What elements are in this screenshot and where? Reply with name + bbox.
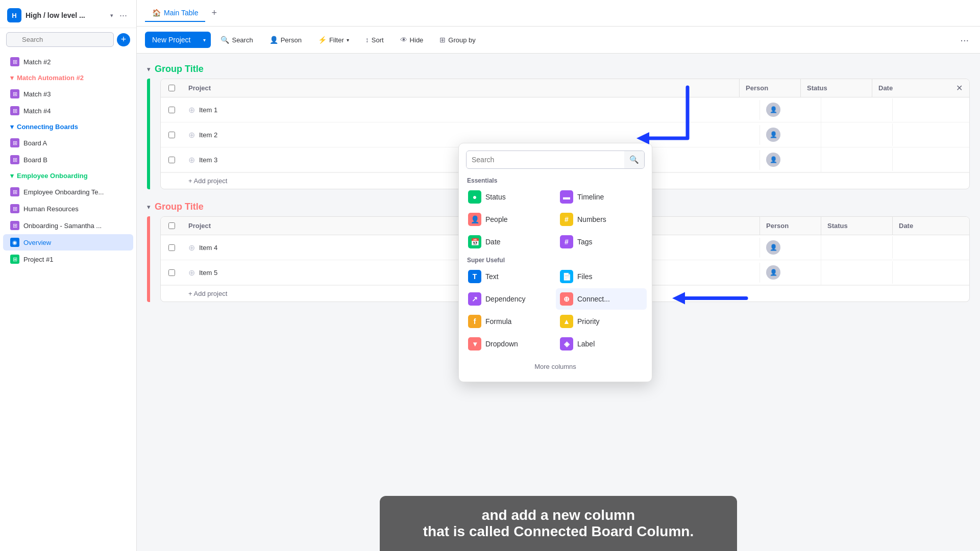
cell-date[interactable] xyxy=(893,261,969,284)
add-subitem-icon[interactable]: ⊕ xyxy=(188,155,195,165)
dropdown-item-label: Dependency xyxy=(485,295,526,303)
dropdown-item-priority[interactable]: ▲ Priority xyxy=(556,311,647,332)
toolbar-more-btn[interactable]: ··· xyxy=(957,32,972,48)
cell-date[interactable] xyxy=(893,123,969,146)
sidebar-item-board-b[interactable]: ⊞ Board B xyxy=(3,152,133,168)
table-row: ⊕ Item 1 👤 xyxy=(161,97,969,122)
cell-status[interactable] xyxy=(821,236,893,259)
row-checkbox[interactable] xyxy=(168,107,175,113)
sidebar-item-connecting-boards[interactable]: ▾ Connecting Boards xyxy=(3,119,133,134)
cell-status[interactable] xyxy=(821,148,893,171)
col-person-header-2: Person xyxy=(760,217,821,235)
row-check xyxy=(161,239,182,256)
row-checkbox[interactable] xyxy=(168,132,175,138)
cell-project[interactable]: ⊕ Item 1 xyxy=(182,100,760,120)
group-by-button[interactable]: ⊞ Group by xyxy=(433,32,482,48)
dropdown-item-text[interactable]: T Text xyxy=(464,266,555,287)
group-1-title[interactable]: Group Title xyxy=(155,64,204,74)
group-1-header: ▾ Group Title xyxy=(147,64,970,74)
group-1-color-bar xyxy=(147,79,150,189)
cell-status[interactable] xyxy=(821,261,893,284)
cell-status[interactable] xyxy=(821,123,893,146)
add-subitem-icon[interactable]: ⊕ xyxy=(188,243,195,253)
dropdown-item-label: Status xyxy=(485,193,506,201)
filter-button[interactable]: ⚡ Filter ▾ xyxy=(311,32,356,48)
group-2-title[interactable]: Group Title xyxy=(155,202,204,212)
sidebar-item-match4[interactable]: ⊞ Match #4 xyxy=(3,103,133,119)
person-avatar: 👤 xyxy=(766,128,780,142)
sidebar-section-name: Connecting Boards xyxy=(17,123,78,131)
dropdown-search-icon-btn[interactable]: 🔍 xyxy=(624,151,644,168)
filter-label: Filter xyxy=(329,36,344,44)
sidebar-item-board-a[interactable]: ⊞ Board A xyxy=(3,135,133,151)
dropdown-item-status[interactable]: ● Status xyxy=(464,186,555,208)
row-checkbox[interactable] xyxy=(168,157,175,163)
dropdown-section-super-useful: Super Useful xyxy=(459,253,652,266)
cell-status[interactable] xyxy=(821,98,893,121)
dropdown-item-label: Priority xyxy=(577,317,600,325)
grid-icon: ⊞ xyxy=(10,221,19,230)
sort-button[interactable]: ↕ Sort xyxy=(359,32,390,48)
sidebar-search-input[interactable] xyxy=(6,32,114,47)
add-subitem-icon[interactable]: ⊕ xyxy=(188,130,195,140)
sidebar-item-overview[interactable]: ◉ Overview xyxy=(3,234,133,251)
dropdown-item-people[interactable]: 👤 People xyxy=(464,209,555,230)
home-icon: 🏠 xyxy=(152,9,161,17)
dropdown-item-date[interactable]: 📅 Date xyxy=(464,231,555,253)
group-2-chevron[interactable]: ▾ xyxy=(147,203,151,211)
person-button[interactable]: 👤 Person xyxy=(263,32,308,48)
dropdown-item-connect[interactable]: ⊕ Connect... xyxy=(556,288,647,310)
sidebar-item-onboarding-samantha[interactable]: ⊞ Onboarding - Samantha ... xyxy=(3,217,133,234)
dropdown-item-tags[interactable]: # Tags xyxy=(556,231,647,253)
cell-project[interactable]: ⊕ Item 2 xyxy=(182,125,760,145)
tab-add-button[interactable]: + xyxy=(207,6,221,20)
sidebar-item-match3[interactable]: ⊞ Match #3 xyxy=(3,86,133,102)
dropdown-item-numbers[interactable]: # Numbers xyxy=(556,209,647,230)
col-date-header-2: Date xyxy=(893,217,969,235)
select-all-checkbox-2[interactable] xyxy=(168,222,175,229)
row-checkbox[interactable] xyxy=(168,244,175,251)
search-icon: 🔍 xyxy=(220,36,229,44)
label-icon: ◈ xyxy=(560,337,573,350)
dropdown-search-input[interactable] xyxy=(467,152,624,168)
cell-person: 👤 xyxy=(760,147,821,172)
sidebar-more-btn[interactable]: ··· xyxy=(117,9,129,22)
cell-date[interactable] xyxy=(893,98,969,121)
select-all-checkbox[interactable] xyxy=(168,85,175,91)
add-subitem-icon[interactable]: ⊕ xyxy=(188,268,195,278)
sidebar-item-employee-onboarding[interactable]: ▾ Employee Onboarding xyxy=(3,168,133,183)
grid-icon: ⊞ xyxy=(10,106,19,115)
chevron-icon: ▾ xyxy=(10,172,14,180)
dropdown-item-dropdown[interactable]: ▾ Dropdown xyxy=(464,333,555,355)
col-check-header-2 xyxy=(161,217,182,234)
dropdown-arrow-icon[interactable]: ▾ xyxy=(198,33,211,47)
dropdown-item-label: Files xyxy=(577,272,593,281)
tab-main-table[interactable]: 🏠 Main Table xyxy=(145,5,205,22)
sidebar-item-match-automation[interactable]: ▾ Match Automation #2 xyxy=(3,70,133,85)
dropdown-item-label: Formula xyxy=(485,317,511,325)
row-checkbox[interactable] xyxy=(168,269,175,276)
workspace-logo: H xyxy=(7,8,21,22)
grid-icon: ⊞ xyxy=(10,155,19,164)
dropdown-item-label[interactable]: ◈ Label xyxy=(556,333,647,355)
search-button[interactable]: 🔍 Search xyxy=(214,32,259,48)
new-project-button[interactable]: New Project ▾ xyxy=(145,32,211,48)
col-close-header[interactable]: ✕ xyxy=(949,83,969,93)
add-subitem-icon[interactable]: ⊕ xyxy=(188,105,195,115)
dropdown-item-timeline[interactable]: ▬ Timeline xyxy=(556,186,647,208)
cell-date[interactable] xyxy=(893,236,969,259)
sidebar-item-project1[interactable]: ⊞ Project #1 xyxy=(3,251,133,267)
dropdown-item-files[interactable]: 📄 Files xyxy=(556,266,647,287)
dropdown-item-dependency[interactable]: ↗ Dependency xyxy=(464,288,555,310)
dropdown-item-formula[interactable]: f Formula xyxy=(464,311,555,332)
sidebar-item-employee-onboarding-te[interactable]: ⊞ Employee Onboarding Te... xyxy=(3,184,133,200)
more-columns-btn[interactable]: More columns xyxy=(466,358,645,375)
sidebar-item-label: Human Resources xyxy=(23,205,79,213)
sidebar-item-match2[interactable]: ⊞ Match #2 xyxy=(3,54,133,70)
cell-date[interactable] xyxy=(893,148,969,171)
hide-button[interactable]: 👁 Hide xyxy=(394,32,430,48)
group-1-chevron[interactable]: ▾ xyxy=(147,65,151,73)
workspace-chevron[interactable]: ▾ xyxy=(110,12,113,19)
sidebar-item-human-resources[interactable]: ⊞ Human Resources xyxy=(3,201,133,217)
sidebar-add-button[interactable]: + xyxy=(117,33,130,46)
